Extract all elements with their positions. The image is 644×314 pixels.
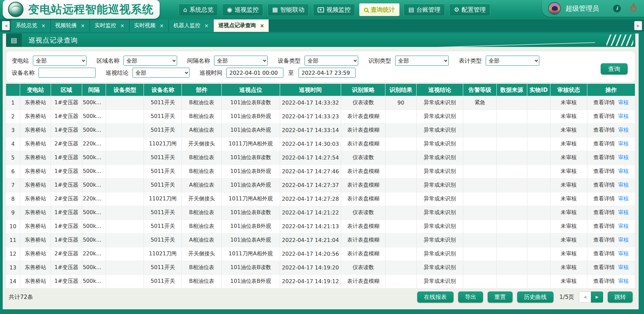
recognition-type-select[interactable]: 全部 — [395, 56, 449, 66]
table-cell: 2022-04-17 14:19:12 — [280, 274, 341, 288]
view-detail-link[interactable]: 查看详情 — [593, 237, 615, 243]
view-detail-link[interactable]: 查看详情 — [593, 223, 615, 229]
table-cell: 4 — [6, 137, 20, 151]
table-cell: 未审核 — [550, 151, 587, 165]
nav-inspection-monitor[interactable]: ◉ 巡视监控 — [222, 3, 263, 16]
table-cell — [463, 206, 497, 219]
table-row: 12东善桥站2#变压器220kV侧11021刀闸开关侧接头1011刀闸A相外观2… — [6, 247, 635, 261]
audit-link[interactable]: 审核 — [618, 99, 629, 106]
history-curve-button[interactable]: 历史曲线 — [517, 292, 553, 303]
table-cell: 5011开关 — [144, 178, 182, 192]
device-name-input[interactable] — [39, 68, 96, 78]
info-icon[interactable]: i — [613, 5, 621, 12]
nav-ledger-management[interactable]: ▤ 台账管理 — [404, 3, 445, 16]
tab-scroll-right-icon[interactable]: ▶ — [634, 21, 642, 30]
tab-robot-monitor[interactable]: 机器人监控 × — [169, 19, 214, 32]
audit-link[interactable]: 审核 — [618, 278, 629, 284]
table-cell — [385, 206, 416, 219]
view-detail-link[interactable]: 查看详情 — [593, 127, 615, 133]
view-detail-link[interactable]: 查看详情 — [593, 182, 615, 188]
meter-type-select[interactable]: 全部 — [486, 56, 539, 66]
audit-link[interactable]: 审核 — [618, 127, 629, 133]
tab-realtime-video[interactable]: 实时视频 × — [129, 19, 169, 32]
power-icon[interactable] — [630, 5, 637, 12]
filter-recognition-type: 识别类型 全部 — [368, 56, 449, 66]
export-button[interactable]: 导出 — [458, 292, 483, 303]
audit-link[interactable]: 审核 — [618, 223, 629, 229]
audit-link[interactable]: 审核 — [618, 113, 629, 119]
close-icon[interactable]: × — [204, 23, 209, 29]
close-icon[interactable]: × — [41, 23, 46, 29]
table-cell: 12 — [6, 247, 20, 261]
tab-realtime-monitor[interactable]: 实时监控 × — [90, 19, 129, 32]
conclusion-select[interactable]: 全部 — [132, 68, 190, 78]
table-cell — [497, 206, 527, 219]
online-report-button[interactable]: 在线报表 — [417, 292, 453, 303]
nav-system-overview[interactable]: ⌂ 系统总览 — [178, 3, 218, 16]
audit-link[interactable]: 审核 — [618, 209, 629, 215]
view-detail-link[interactable]: 查看详情 — [593, 250, 615, 257]
nav-query-statistics[interactable]: 查询统计 — [359, 3, 399, 16]
table-cell: 异常或未识别 — [416, 123, 463, 137]
nav-smart-linkage[interactable]: ▦ 智能联动 — [267, 3, 309, 16]
column-header: 巡视结论 — [416, 84, 463, 96]
table-cell: 2#变压器 — [51, 247, 82, 261]
area-label: 区域名称 — [97, 57, 119, 65]
tab-system-overview[interactable]: 系统总览 × — [11, 19, 51, 32]
avatar[interactable] — [548, 2, 561, 15]
close-icon[interactable]: × — [120, 23, 124, 29]
close-icon[interactable]: × — [160, 23, 164, 29]
actions-cell: 查看详情审核 — [587, 206, 635, 219]
reset-button[interactable]: 重置 — [488, 292, 513, 303]
view-detail-link[interactable]: 查看详情 — [593, 264, 615, 270]
tab-inspection-record-query[interactable]: 巡视点记录查询 × — [214, 19, 269, 32]
table-cell: 异常或未识别 — [416, 151, 463, 165]
view-detail-link[interactable]: 查看详情 — [593, 195, 615, 202]
station-select[interactable]: 全部 — [33, 56, 87, 66]
audit-link[interactable]: 审核 — [618, 264, 629, 270]
table-cell — [463, 219, 497, 233]
filter-panel: 变电站 全部 区域名称 全部 间隔名称 全部 设备类型 全部 — [6, 51, 635, 82]
next-page-icon[interactable]: ▶ — [591, 292, 603, 303]
view-detail-link[interactable]: 查看详情 — [593, 99, 615, 106]
prev-page-icon[interactable]: ◀ — [579, 292, 591, 303]
audit-link[interactable]: 审核 — [618, 250, 629, 257]
table-cell: 东善桥站 — [20, 206, 51, 219]
audit-link[interactable]: 审核 — [618, 237, 629, 243]
audit-link[interactable]: 审核 — [618, 168, 629, 174]
area-select[interactable]: 全部 — [123, 56, 177, 66]
view-detail-link[interactable]: 查看详情 — [593, 113, 615, 119]
time-from-input[interactable] — [226, 68, 283, 78]
view-detail-link[interactable]: 查看详情 — [593, 154, 615, 161]
tab-scroll-left-icon[interactable]: ◀ — [2, 21, 10, 30]
table-cell — [385, 192, 416, 206]
footer-bar: 共计72条 在线报表 导出 重置 历史曲线 1/5页 ◀ ▶ 跳转 — [6, 289, 635, 306]
table-cell: 500kV侧 — [82, 110, 106, 123]
jump-button[interactable]: 跳转 — [608, 292, 633, 303]
table-cell: 500kV侧 — [82, 219, 106, 233]
device-type-select[interactable]: 全部 — [305, 56, 358, 66]
view-detail-link[interactable]: 查看详情 — [593, 278, 615, 284]
close-icon[interactable]: × — [81, 23, 85, 29]
search-icon — [364, 8, 368, 12]
audit-link[interactable]: 审核 — [618, 154, 629, 161]
nav-video-monitor[interactable]: 视频监控 — [313, 3, 355, 16]
tab-video-carousel[interactable]: 视频轮播 × — [51, 19, 90, 32]
bay-label: 间隔名称 — [187, 57, 210, 65]
bay-select[interactable]: 全部 — [214, 56, 268, 66]
audit-link[interactable]: 审核 — [618, 195, 629, 202]
view-detail-link[interactable]: 查看详情 — [593, 168, 615, 174]
time-to-input[interactable] — [299, 68, 356, 78]
table-cell — [527, 123, 550, 137]
table-cell — [385, 137, 416, 151]
view-detail-link[interactable]: 查看详情 — [593, 140, 615, 147]
close-icon[interactable]: × — [260, 23, 264, 29]
table-cell: 6 — [6, 165, 20, 178]
column-header: 识别结果 — [385, 84, 416, 96]
view-detail-link[interactable]: 查看详情 — [593, 209, 615, 215]
query-button[interactable]: 查询 — [601, 63, 628, 74]
audit-link[interactable]: 审核 — [618, 182, 629, 188]
nav-config-management[interactable]: ⚙ 配置管理 — [449, 3, 490, 16]
main-content: ▤ 巡视点记录查询 变电站 全部 区域名称 全部 间隔名称 全部 — [3, 34, 639, 309]
audit-link[interactable]: 审核 — [618, 140, 629, 147]
